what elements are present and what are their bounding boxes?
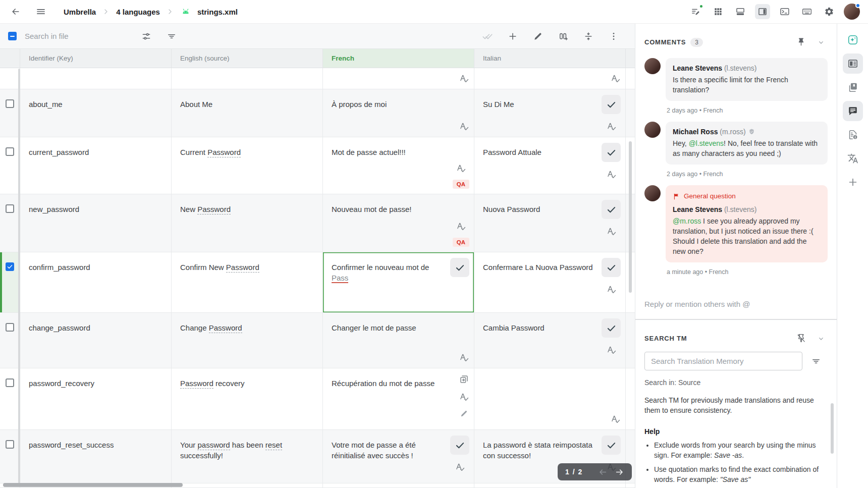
key-cell[interactable]: about_me xyxy=(20,89,172,137)
column-header-english-source-[interactable]: English (source) xyxy=(172,49,323,68)
toolbar-add-key[interactable] xyxy=(507,30,519,42)
rail-item-glossary[interactable] xyxy=(843,77,863,97)
pencil-icon[interactable] xyxy=(460,409,468,418)
italian-translation-cell[interactable]: Password Attuale xyxy=(474,137,626,194)
toolbar-edit-key[interactable] xyxy=(532,30,544,42)
pin-panel-button[interactable] xyxy=(794,35,808,49)
toolbar-duplicate-key[interactable] xyxy=(557,30,569,42)
italian-translation-cell[interactable] xyxy=(474,368,626,429)
glossary-term[interactable]: Password xyxy=(180,379,213,389)
row-checkbox[interactable] xyxy=(6,323,14,332)
row-checkbox[interactable] xyxy=(6,204,14,213)
search-in-file-input[interactable] xyxy=(25,32,139,40)
toolbar-approve-all[interactable] xyxy=(481,30,494,42)
spellcheck-icon[interactable] xyxy=(456,163,466,174)
glossary-term[interactable]: Password xyxy=(197,205,231,214)
comment-card[interactable]: Michael Ross (m.ross)Hey, @l.stevens! No… xyxy=(666,122,828,165)
french-translation-cell[interactable]: Changer le mot de passe xyxy=(323,313,474,368)
collapse-search-tm-button[interactable] xyxy=(815,332,828,345)
source-cell[interactable]: About Me xyxy=(172,89,323,137)
toolbar-tune-filters[interactable] xyxy=(139,29,154,44)
italian-translation-cell[interactable]: Cambia Password xyxy=(474,313,626,368)
source-cell[interactable]: New Password xyxy=(172,194,323,252)
spellcheck-icon[interactable] xyxy=(610,414,621,424)
italian-translation-cell[interactable]: Confermare La Nuova Password xyxy=(474,252,626,312)
copy-icon[interactable] xyxy=(459,374,469,385)
row-checkbox[interactable] xyxy=(6,99,14,108)
collapse-comments-button[interactable] xyxy=(815,36,828,49)
approve-translation-button[interactable] xyxy=(602,95,621,114)
spellcheck-icon[interactable] xyxy=(459,352,469,363)
source-cell[interactable]: Password recovery xyxy=(172,368,323,429)
search-tm-scrollbar[interactable] xyxy=(831,403,834,454)
rail-item-add-panel[interactable] xyxy=(843,172,863,192)
rail-item-comments[interactable] xyxy=(843,101,863,121)
reply-input[interactable] xyxy=(644,300,828,308)
key-cell[interactable]: password_recovery xyxy=(20,368,172,429)
source-cell[interactable] xyxy=(172,483,323,487)
key-cell[interactable]: change_password xyxy=(20,313,172,368)
spellcheck-icon[interactable] xyxy=(459,392,469,402)
back-button[interactable] xyxy=(8,4,23,19)
column-header-select[interactable] xyxy=(0,49,20,68)
spellcheck-icon[interactable] xyxy=(606,226,617,237)
topbar-action-keyboard-shortcuts[interactable] xyxy=(799,4,815,19)
key-cell[interactable]: confirm_password xyxy=(20,252,172,312)
spellcheck-icon[interactable] xyxy=(606,121,617,132)
search-tm-input[interactable] xyxy=(644,352,802,370)
approve-translation-button[interactable] xyxy=(450,436,469,455)
menu-button[interactable] xyxy=(33,4,48,19)
french-translation-cell[interactable]: À propos de moi xyxy=(323,89,474,137)
column-header-french[interactable]: French xyxy=(323,49,474,68)
comment-card[interactable]: Leane Stevens (l.stevens)Is there a spec… xyxy=(666,58,828,101)
topbar-action-review-changes[interactable] xyxy=(688,4,703,19)
horizontal-scrollbar[interactable] xyxy=(3,483,183,487)
key-cell[interactable]: password_reset_success xyxy=(20,430,172,483)
row-checkbox[interactable] xyxy=(6,440,14,449)
spellcheck-icon[interactable] xyxy=(459,73,469,84)
key-cell[interactable]: current_password xyxy=(20,137,172,194)
spellcheck-icon[interactable] xyxy=(606,284,617,295)
column-header-italian[interactable]: Italian xyxy=(474,49,626,68)
topbar-action-grid-view[interactable] xyxy=(711,4,726,19)
row-checkbox[interactable] xyxy=(6,378,14,387)
approve-translation-button[interactable] xyxy=(602,200,621,219)
approve-translation-button[interactable] xyxy=(602,143,621,162)
spellcheck-icon[interactable] xyxy=(606,345,617,355)
glossary-term[interactable]: password xyxy=(197,441,230,450)
topbar-action-console[interactable] xyxy=(777,4,792,19)
previous-page-button[interactable] xyxy=(598,467,608,477)
row-checkbox[interactable] xyxy=(6,147,14,156)
toolbar-filter-rows[interactable] xyxy=(164,29,179,44)
source-cell[interactable]: Change Password xyxy=(172,313,323,368)
glossary-term[interactable]: reset xyxy=(265,441,282,450)
french-translation-cell[interactable]: Confirmer le nouveau mot de Pass xyxy=(323,252,474,312)
spellcheck-icon[interactable] xyxy=(610,73,621,84)
toolbar-collapse-rows[interactable] xyxy=(582,30,594,42)
rail-item-key-info[interactable] xyxy=(843,125,863,145)
italian-translation-cell[interactable] xyxy=(474,68,626,89)
french-translation-cell[interactable]: Récupération du mot de passe xyxy=(323,368,474,429)
french-translation-cell[interactable]: Votre mot de passe a été réinitialisé av… xyxy=(323,430,474,483)
row-checkbox[interactable] xyxy=(6,262,14,271)
unpin-section-button[interactable] xyxy=(794,331,808,346)
topbar-action-settings[interactable] xyxy=(822,4,837,19)
italian-translation-cell[interactable]: Su Di Me xyxy=(474,89,626,137)
glossary-term[interactable]: Password xyxy=(226,263,259,273)
approve-translation-button[interactable] xyxy=(602,436,621,455)
source-cell[interactable]: Your password has been reset successfull… xyxy=(172,430,323,483)
next-page-button[interactable] xyxy=(615,467,624,477)
search-in-setting[interactable]: Search in: Source xyxy=(635,370,837,387)
french-translation-cell[interactable] xyxy=(323,483,474,487)
italian-translation-cell[interactable]: Nuova Password xyxy=(474,194,626,252)
toolbar-more-options[interactable] xyxy=(608,30,620,42)
search-tm-filter-icon[interactable] xyxy=(811,356,821,366)
column-header-identifier-key-[interactable]: Identifier (Key) xyxy=(20,49,172,68)
comment-card[interactable]: General questionLeane Stevens (l.stevens… xyxy=(666,185,828,262)
approve-translation-button[interactable] xyxy=(602,258,621,277)
spellcheck-icon[interactable] xyxy=(459,121,469,132)
breadcrumb-item[interactable]: strings.xml xyxy=(197,8,238,16)
mention-link[interactable]: @m.ross xyxy=(673,217,701,225)
approve-translation-button[interactable] xyxy=(602,318,621,338)
french-translation-cell[interactable] xyxy=(323,68,474,89)
